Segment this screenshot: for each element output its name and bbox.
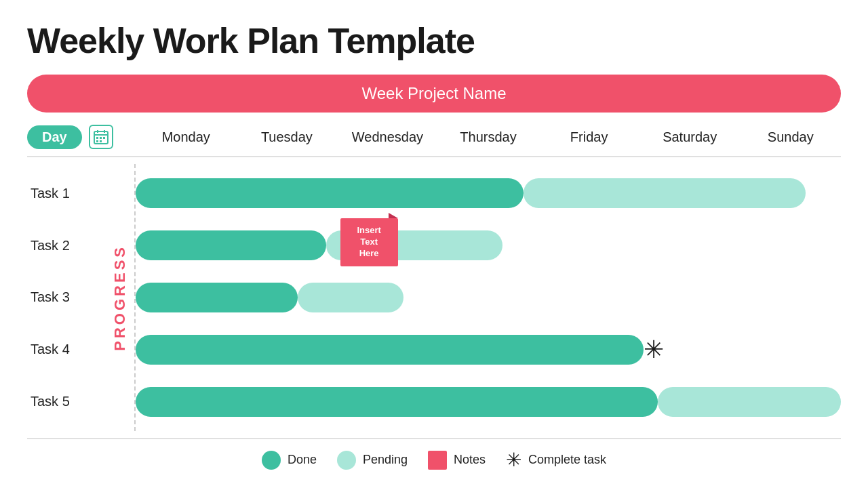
bar-container-5: [136, 387, 841, 417]
svg-rect-6: [103, 137, 105, 139]
legend-done-dot: [262, 451, 281, 470]
day-cell-saturday: Saturday: [639, 129, 741, 145]
note-sticker-2[interactable]: Insert Text Here: [340, 218, 398, 266]
day-cell-tuesday: Tuesday: [237, 129, 338, 145]
legend-notes: Notes: [428, 451, 486, 470]
svg-rect-5: [100, 137, 102, 139]
legend-pending: Pending: [337, 451, 408, 470]
legend-note-icon: [428, 451, 447, 470]
bar-container-4: ✳: [136, 335, 841, 365]
task-rows: Task 1Task 2Insert Text HereTask 3Task 4…: [136, 164, 841, 431]
progress-label: PROGRESS: [111, 245, 129, 351]
bar-pending-5: [658, 387, 841, 417]
bar-container-2: Insert Text Here: [136, 230, 841, 260]
task-row-3: Task 3: [136, 279, 841, 317]
svg-rect-4: [96, 137, 98, 139]
day-cell-friday: Friday: [538, 129, 639, 145]
legend-star-icon: ✳: [506, 449, 521, 471]
legend-complete-task-label: Complete task: [528, 453, 606, 467]
bar-done-4: [136, 335, 644, 365]
day-cell-thursday: Thursday: [438, 129, 539, 145]
bar-pending-1: [524, 178, 806, 208]
task-name-2: Task 2: [31, 238, 70, 253]
page-title: Weekly Work Plan Template: [27, 20, 841, 61]
task-row-2: Task 2Insert Text Here: [136, 226, 841, 264]
legend-done: Done: [262, 451, 317, 470]
task-row-5: Task 5: [136, 383, 841, 421]
bar-pending-3: [298, 283, 403, 312]
day-label-cell: Day: [27, 125, 136, 149]
legend-notes-label: Notes: [454, 453, 486, 467]
bar-done-1: [136, 178, 524, 208]
bar-done-5: [136, 387, 658, 417]
task-row-4: Task 4✳: [136, 331, 841, 369]
day-cell-monday: Monday: [136, 129, 237, 145]
bar-container-3: [136, 283, 841, 312]
task-name-3: Task 3: [31, 289, 70, 305]
project-banner[interactable]: Week Project Name: [27, 75, 841, 113]
star-icon-4: ✳: [644, 336, 664, 364]
task-name-4: Task 4: [31, 342, 70, 357]
calendar-icon: [89, 125, 113, 149]
days-header: Day MondayTuesdayWednesdayThursdayFriday…: [27, 125, 841, 157]
days-cells: MondayTuesdayWednesdayThursdayFridaySatu…: [136, 129, 841, 145]
day-pill: Day: [27, 125, 82, 149]
legend-pending-dot: [337, 451, 356, 470]
svg-rect-8: [100, 140, 102, 142]
legend-complete-task: ✳ Complete task: [506, 449, 606, 471]
svg-rect-7: [96, 140, 98, 142]
task-name-5: Task 5: [31, 394, 70, 409]
bar-done-2: [136, 230, 326, 260]
day-cell-wednesday: Wednesday: [337, 129, 438, 145]
tasks-area: PROGRESS Task 1Task 2Insert Text HereTas…: [27, 164, 841, 431]
legend: Done Pending Notes ✳ Complete task: [27, 438, 841, 474]
bar-done-3: [136, 283, 298, 312]
legend-done-label: Done: [288, 453, 317, 467]
legend-pending-label: Pending: [363, 453, 408, 467]
task-row-1: Task 1: [136, 174, 841, 212]
task-name-1: Task 1: [31, 186, 70, 201]
bar-container-1: [136, 178, 841, 208]
day-cell-sunday: Sunday: [740, 129, 841, 145]
